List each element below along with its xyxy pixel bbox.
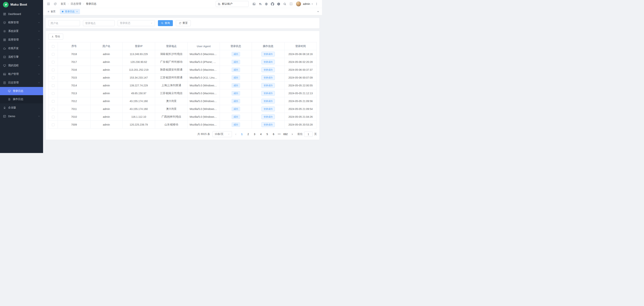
sidebar-item-enterprise[interactable]: 企业版 [0,103,43,112]
collapse-sidebar-icon[interactable] [46,1,51,7]
chevron-down-icon [38,47,40,50]
tenant-select[interactable]: 默认租户 [216,1,248,7]
row-checkbox[interactable] [52,100,54,103]
status-badge: 成功 [232,60,240,64]
breadcrumb-home[interactable]: 首页 [60,2,66,6]
goto-page-input[interactable] [304,132,313,137]
reset-button[interactable]: 重置 [176,20,191,26]
chevron-down-icon [228,133,230,135]
tab-home[interactable]: 首页 [46,9,58,14]
row-checkbox[interactable] [52,92,54,95]
cell-username: admin [90,105,122,113]
cell-no: 7016 [58,66,90,74]
caret-down-icon[interactable] [311,3,313,5]
status-badge: 成功 [232,68,240,72]
cell-no: 7011 [58,105,90,113]
cell-username: admin [90,113,122,121]
sidebar-item-apps[interactable]: 应用管理 [0,36,43,44]
table-row: 7014 admin 139.227.74.229 上海|上海市|联通 Mozi… [48,82,317,89]
row-checkbox[interactable] [52,53,54,56]
cell-ip: 113.246.93.229 [122,50,155,58]
cell-ip: 43.155.174.160 [122,97,155,105]
dashboard-icon [3,13,6,16]
cell-ip: 49.65.150.97 [122,89,155,97]
breadcrumb-logs[interactable]: 日志管理 [71,2,81,6]
page-number[interactable]: 5 [265,132,270,137]
font-size-icon[interactable]: Tt [258,1,263,7]
sidebar-item-dashboard[interactable]: Dashboard [0,10,43,18]
more-vertical-icon[interactable] [314,1,320,7]
operation-badge: 登录成功 [262,60,275,64]
username-input[interactable] [48,20,80,26]
search-icon[interactable] [282,1,288,7]
cell-user-agent: Mozilla/5.0 (Macintos… [188,89,220,97]
image-icon[interactable] [251,1,257,7]
fullscreen-icon[interactable] [288,1,294,7]
pagination-more-icon[interactable]: ••• [278,133,281,135]
prev-page-button[interactable] [234,132,238,137]
page-number[interactable]: 3 [252,132,257,137]
row-checkbox[interactable] [52,77,54,79]
row-checkbox[interactable] [52,61,54,64]
notebook-icon [3,81,6,84]
status-select[interactable]: 登录状态 [118,20,155,26]
gitee-icon[interactable] [276,1,282,7]
table-row: 7012 admin 43.155.174.160 澳大利亚 Mozilla/5… [48,97,317,105]
row-checkbox[interactable] [52,124,54,126]
next-page-button[interactable] [290,132,294,137]
row-checkbox[interactable] [52,84,54,87]
sidebar-item-workflow-engine[interactable]: 流程引擎 [0,53,43,61]
cell-username: admin [90,58,122,66]
cell-location: 陕西省|西安市|联通 [155,66,188,74]
location-input[interactable] [83,20,115,26]
close-icon[interactable] [76,11,78,13]
sidebar-item-online-dev[interactable]: 在线开发 [0,44,43,53]
logo-icon [3,2,8,8]
search-icon [161,22,164,25]
tab-login-log[interactable]: 登录日志 [60,9,80,14]
row-checkbox[interactable] [52,69,54,71]
page-size-select[interactable]: 10条/页 [212,131,232,137]
cell-location: 澳大利亚 [155,105,188,113]
filter-card: 登录状态 查询 重置 [46,18,320,28]
language-icon[interactable] [264,1,269,7]
page-number[interactable]: 2 [246,132,250,137]
row-checkbox[interactable] [52,116,54,118]
login-log-table: 序号 用户名 登录IP 登录地点 User Agent 登录状态 操作信息 登录… [48,42,317,129]
sidebar-item-system-settings[interactable]: 系统设置 [0,27,43,36]
page-number[interactable]: 4 [258,132,263,137]
sidebar-item-demo[interactable]: Demo [0,112,43,121]
goto-page: 前往 页 [298,132,317,137]
page-number[interactable]: 1 [240,132,244,137]
sidebar-item-logs[interactable]: 日志管理 [0,78,43,87]
chevron-down-icon [150,22,153,24]
tab-dot [62,11,64,12]
cell-username: admin [90,121,122,129]
column-header: 序号 [58,42,90,50]
user-name[interactable]: admin [303,3,310,6]
row-checkbox[interactable] [52,108,54,110]
search-button[interactable]: 查询 [158,20,173,26]
refresh-icon[interactable] [52,1,58,7]
github-icon[interactable] [270,1,276,7]
tabs-bar: 首页 登录日志 [43,8,322,15]
column-header: 登录IP [122,42,155,50]
cell-no: 7014 [58,82,90,89]
sidebar-item-tenants[interactable]: 租户管理 [0,70,43,78]
topbar: 首页 日志管理 登录日志 默认租户 Tt admin [43,0,322,8]
sidebar-item-operation-log[interactable]: 操作日志 [0,95,43,103]
sidebar-item-login-log[interactable]: 登录日志 [0,87,43,95]
export-button[interactable]: 导出 [48,34,63,40]
cell-time: 2024-05-05 21:12:13 [284,89,317,97]
sidebar-item-my-workflow[interactable]: 我的流程 [0,61,43,70]
cell-time: 2024-05-05 21:09:56 [284,97,317,105]
page-number[interactable]: 6 [271,132,276,137]
page-number-last[interactable]: 692 [283,132,288,137]
status-badge: 成功 [232,122,240,127]
avatar[interactable] [296,1,301,7]
sidebar-item-permissions[interactable]: 权限管理 [0,18,43,27]
tabs-dropdown-icon[interactable] [317,10,320,13]
cell-username: admin [90,74,122,82]
select-all-checkbox[interactable] [52,45,54,48]
table-toolbar: 导出 [48,34,317,40]
